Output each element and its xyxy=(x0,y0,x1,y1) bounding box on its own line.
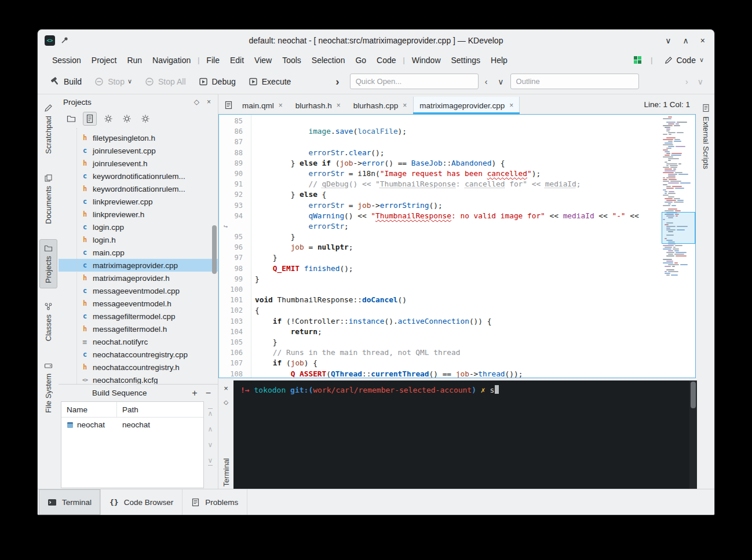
titlebar[interactable]: <> default: neochat - [ neochat:src/matr… xyxy=(38,30,714,51)
pin-icon[interactable] xyxy=(60,36,69,45)
move-to-bottom-button[interactable]: ∨ xyxy=(208,456,213,466)
code-line[interactable]: errorStr = i18n("Image request has been … xyxy=(255,169,662,179)
menu-selection[interactable]: Selection xyxy=(306,54,351,67)
menu-view[interactable]: View xyxy=(249,54,277,67)
configure-button[interactable] xyxy=(101,112,115,126)
close-terminal-icon[interactable]: × xyxy=(224,384,228,393)
bottom-tab-terminal[interactable]: Terminal xyxy=(39,489,101,515)
tree-item-neochatconfig.kcfg[interactable]: <>neochatconfig.kcfg xyxy=(59,374,218,384)
code-line[interactable]: qWarning() << "ThumbnailResponse: no val… xyxy=(255,211,662,221)
code-line[interactable] xyxy=(255,137,662,147)
close-panel-icon[interactable]: × xyxy=(207,98,211,106)
build-sequence-row[interactable]: neochatneochat xyxy=(61,418,203,432)
project-filter-button[interactable] xyxy=(138,112,152,126)
tree-item-messageeventmodel.h[interactable]: hmessageeventmodel.h xyxy=(59,297,218,310)
tree-item-keywordnotificationrulem...[interactable]: ckeywordnotificationrulem... xyxy=(59,170,218,182)
tree-item-linkpreviewer.cpp[interactable]: clinkpreviewer.cpp xyxy=(59,195,218,208)
code-line[interactable]: return; xyxy=(255,327,662,337)
code-line[interactable]: image.save(localFile); xyxy=(255,126,662,137)
code-line[interactable]: void ThumbnailResponse::doCancel() xyxy=(255,295,662,305)
tree-item-joinrulesevent.cpp[interactable]: cjoinrulesevent.cpp xyxy=(59,144,218,157)
column-header-name[interactable]: Name xyxy=(61,402,117,417)
code-line[interactable]: Q_EMIT finished(); xyxy=(255,263,662,274)
sync-document-button[interactable] xyxy=(83,112,97,126)
minimap-viewport[interactable] xyxy=(662,212,695,244)
tree-item-matriximageprovider.cpp[interactable]: cmatriximageprovider.cpp xyxy=(59,259,218,272)
tree-item-keywordnotificationrulem...[interactable]: hkeywordnotificationrulem... xyxy=(59,182,218,195)
tab-close-icon[interactable]: × xyxy=(337,101,341,109)
code-line[interactable]: } xyxy=(255,337,662,347)
editor-tab-matriximageprovider.cpp[interactable]: matriximageprovider.cpp× xyxy=(413,97,520,114)
build-button[interactable]: Build xyxy=(45,73,87,90)
terminal-scrollbar[interactable] xyxy=(689,380,697,490)
tree-item-joinrulesevent.h[interactable]: hjoinrulesevent.h xyxy=(59,157,218,170)
sidebar-tab-projects[interactable]: Projects xyxy=(39,239,57,289)
project-tree[interactable]: hfiletypesingleton.hcjoinrulesevent.cpph… xyxy=(59,128,218,384)
minimize-button[interactable]: ∨ xyxy=(665,36,671,45)
tree-item-login.h[interactable]: hlogin.h xyxy=(59,233,218,246)
tree-item-messagefiltermodel.cpp[interactable]: cmessagefiltermodel.cpp xyxy=(59,310,218,323)
code-editor[interactable]: 85868788899091929394↪9596979899100101102… xyxy=(218,114,696,378)
tree-scrollbar-thumb[interactable] xyxy=(212,225,217,274)
bottom-tab-code-browser[interactable]: {} Code Browser xyxy=(101,489,182,515)
code-line[interactable]: } xyxy=(255,232,662,242)
tree-item-neochat.notifyrc[interactable]: ≡neochat.notifyrc xyxy=(59,335,218,348)
tree-item-messageeventmodel.cpp[interactable]: cmessageeventmodel.cpp xyxy=(59,284,218,297)
tab-close-icon[interactable]: × xyxy=(403,101,407,109)
sidebar-tab-external-scripts[interactable]: External Scripts xyxy=(702,100,710,173)
code-line[interactable]: errorStr = job->errorString(); xyxy=(255,200,662,211)
stop-all-button[interactable]: Stop All xyxy=(140,74,191,90)
move-up-button[interactable]: ∧ xyxy=(208,425,213,433)
add-to-build-button[interactable]: + xyxy=(192,388,197,398)
close-button[interactable]: × xyxy=(700,36,705,45)
editor-tab-blurhash.h[interactable]: blurhash.h× xyxy=(289,97,347,114)
tree-item-neochataccountregistry.cpp[interactable]: cneochataccountregistry.cpp xyxy=(59,348,218,361)
undock-icon[interactable]: ◇ xyxy=(194,98,199,106)
editor-tab-blurhash.cpp[interactable]: blurhash.cpp× xyxy=(347,97,413,114)
tree-item-messagefiltermodel.h[interactable]: hmessagefiltermodel.h xyxy=(59,323,218,335)
menu-project[interactable]: Project xyxy=(86,54,122,67)
outline-dropdown-button[interactable]: ∨ xyxy=(693,76,707,87)
code-line[interactable]: { xyxy=(255,305,662,316)
code-line[interactable]: } else { xyxy=(255,189,662,200)
prev-item-button[interactable]: ‹ xyxy=(481,76,492,87)
maximize-button[interactable]: ∧ xyxy=(683,36,689,45)
tree-item-neochataccountregistry.h[interactable]: hneochataccountregistry.h xyxy=(59,361,218,374)
detach-terminal-icon[interactable]: ◇ xyxy=(224,399,228,405)
menu-go[interactable]: Go xyxy=(350,54,371,67)
quick-open-input[interactable] xyxy=(350,74,479,89)
code-line[interactable] xyxy=(255,116,662,126)
code-line[interactable]: // Runs in the main thread, not QML thre… xyxy=(255,347,662,358)
bottom-tab-problems[interactable]: Problems xyxy=(182,489,247,515)
menu-navigation[interactable]: Navigation xyxy=(147,54,196,67)
menu-run[interactable]: Run xyxy=(122,54,147,67)
debug-button[interactable]: Debug xyxy=(194,74,241,90)
sidebar-tab-classes[interactable]: Classes xyxy=(39,298,57,347)
column-header-path[interactable]: Path xyxy=(117,405,144,414)
code-line[interactable]: errorStr.clear(); xyxy=(255,148,662,158)
code-line[interactable]: if (job) { xyxy=(255,358,662,368)
menu-help[interactable]: Help xyxy=(485,54,513,67)
tab-close-icon[interactable]: × xyxy=(279,101,283,109)
tree-scrollbar[interactable] xyxy=(211,128,217,384)
menu-tools[interactable]: Tools xyxy=(277,54,306,67)
document-list-icon[interactable] xyxy=(221,97,236,113)
tree-item-login.cpp[interactable]: clogin.cpp xyxy=(59,221,218,233)
code-line[interactable]: } xyxy=(255,274,662,284)
move-to-top-button[interactable]: ∧ xyxy=(208,408,213,418)
stop-button[interactable]: Stop ∨ xyxy=(89,74,137,90)
area-switcher-icon[interactable] xyxy=(633,56,642,64)
tab-close-icon[interactable]: × xyxy=(509,101,513,109)
tree-item-filetypesingleton.h[interactable]: hfiletypesingleton.h xyxy=(59,131,218,144)
tree-item-linkpreviewer.h[interactable]: hlinkpreviewer.h xyxy=(59,208,218,221)
move-down-button[interactable]: ∨ xyxy=(208,441,213,449)
build-settings-button[interactable] xyxy=(120,112,134,126)
code-line[interactable]: // qDebug() << "ThumbnailResponse: cance… xyxy=(255,179,662,189)
open-project-button[interactable] xyxy=(64,112,78,126)
perspective-button[interactable]: Code ∨ xyxy=(661,54,707,66)
sidebar-tab-file-system[interactable]: File System xyxy=(39,357,57,419)
terminal-screen[interactable]: !→ tokodon git:(work/carl/remember-selec… xyxy=(233,380,697,490)
menu-settings[interactable]: Settings xyxy=(446,54,486,67)
quickopen-dropdown-button[interactable]: ∨ xyxy=(494,76,508,87)
execute-button[interactable]: Execute xyxy=(243,74,297,90)
